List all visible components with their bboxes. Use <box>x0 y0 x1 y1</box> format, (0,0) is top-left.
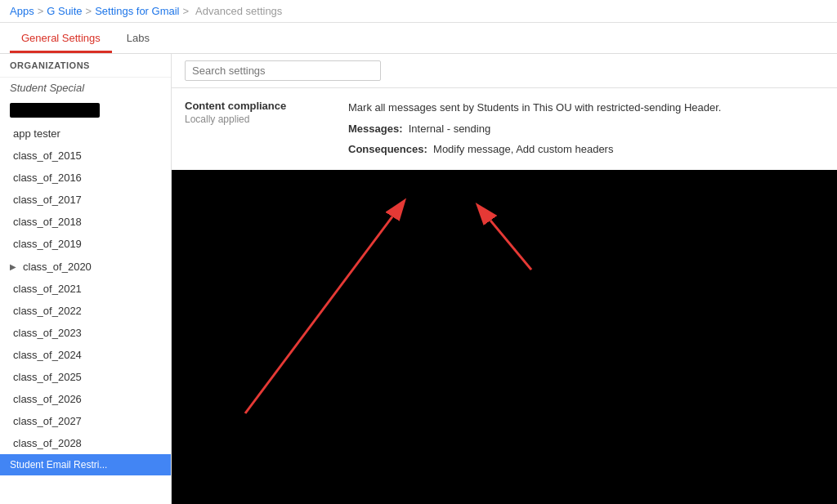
sidebar-item-class-2024[interactable]: class_of_2024 <box>0 344 171 366</box>
sidebar-item-label: app tester <box>13 127 60 140</box>
content-compliance-description: Mark all messages sent by Students in Th… <box>348 100 824 116</box>
sidebar-item-class-2026[interactable]: class_of_2026 <box>0 388 171 410</box>
content-compliance-label-col: Content compliance Locally applied <box>185 100 348 163</box>
black-overlay <box>172 170 837 504</box>
content-compliance-label: Content compliance <box>185 100 335 112</box>
breadcrumb-sep-1: > <box>38 5 44 17</box>
sidebar-header: ORGANIZATIONS <box>0 54 171 78</box>
sidebar-item-label: class_of_2026 <box>13 393 82 405</box>
breadcrumb-current: Advanced settings <box>195 5 282 17</box>
sidebar-item-student-special[interactable]: Student Special <box>0 78 171 98</box>
breadcrumb-sep-2: > <box>86 5 92 17</box>
breadcrumb-gsuite[interactable]: G Suite <box>47 5 82 17</box>
sidebar-item-class-2021[interactable]: class_of_2021 <box>0 278 171 300</box>
tab-labs[interactable]: Labs <box>115 25 161 53</box>
main-layout: ORGANIZATIONS Student Special app tester… <box>0 54 837 504</box>
sidebar-item-label: class_of_2016 <box>13 172 82 184</box>
breadcrumb-gmail-settings[interactable]: Settings for Gmail <box>95 5 179 17</box>
content-compliance-messages: Messages: Internal - sending <box>348 121 824 137</box>
sidebar-item-class-2018[interactable]: class_of_2018 <box>0 211 171 233</box>
messages-field-label: Messages: <box>348 123 402 135</box>
content-compliance-value-col: Mark all messages sent by Students in Th… <box>348 100 824 163</box>
content-area: Content compliance Locally applied Mark … <box>172 54 837 504</box>
sidebar-item-label: class_of_2021 <box>13 283 82 295</box>
sidebar-item-class-2017[interactable]: class_of_2017 <box>0 189 171 211</box>
search-input[interactable] <box>185 60 381 81</box>
expand-icon: ▶ <box>7 260 20 273</box>
sidebar-item-class-2016[interactable]: class_of_2016 <box>0 167 171 189</box>
breadcrumb-sep-3: > <box>183 5 190 17</box>
sidebar-item-class-2015[interactable]: class_of_2015 <box>0 145 171 167</box>
sidebar-item-class-2022[interactable]: class_of_2022 <box>0 300 171 322</box>
sidebar-item-class-2025[interactable]: class_of_2025 <box>0 366 171 388</box>
sidebar-item-label: class_of_2020 <box>23 261 92 273</box>
consequences-field-label: Consequences: <box>348 143 427 155</box>
messages-value: Internal - sending <box>409 123 490 135</box>
sidebar-item-class-2027[interactable]: class_of_2027 <box>0 410 171 432</box>
breadcrumb-apps[interactable]: Apps <box>10 5 34 17</box>
sidebar-item-label: class_of_2027 <box>13 415 82 427</box>
sidebar-item-student-email-restri[interactable]: Student Email Restri... <box>0 454 171 475</box>
sidebar-item-label: class_of_2025 <box>13 371 82 383</box>
breadcrumb: Apps > G Suite > Settings for Gmail > Ad… <box>0 0 837 23</box>
sidebar-item-label: class_of_2017 <box>13 194 82 206</box>
sidebar-item-label: class_of_2015 <box>13 149 82 162</box>
sidebar-item-label: class_of_2023 <box>13 327 82 339</box>
sidebar-item-label: class_of_2022 <box>13 305 82 317</box>
sidebar-item-label: class_of_2024 <box>13 349 82 361</box>
sidebar-item-class-2023[interactable]: class_of_2023 <box>0 322 171 344</box>
sidebar-item-app-tester[interactable]: app tester <box>0 123 171 145</box>
sidebar-item-class-2028[interactable]: class_of_2028 <box>0 432 171 454</box>
search-bar <box>172 54 837 88</box>
tab-general-settings[interactable]: General Settings <box>10 25 112 53</box>
tabs-bar: General Settings Labs <box>0 23 837 54</box>
sidebar: ORGANIZATIONS Student Special app tester… <box>0 54 172 504</box>
content-compliance-consequences: Consequences: Modify message, Add custom… <box>348 141 824 158</box>
consequences-value: Modify message, Add custom headers <box>433 143 613 155</box>
settings-content: Content compliance Locally applied Mark … <box>172 88 837 504</box>
content-compliance-sublabel: Locally applied <box>185 114 335 125</box>
content-compliance-row: Content compliance Locally applied Mark … <box>172 88 837 175</box>
sidebar-item-label: class_of_2018 <box>13 216 82 228</box>
sidebar-item-label: class_of_2019 <box>13 238 82 250</box>
sidebar-item-class-2020[interactable]: ▶ class_of_2020 <box>0 255 171 278</box>
sidebar-item-redacted <box>10 103 100 118</box>
sidebar-item-label: class_of_2028 <box>13 437 82 449</box>
sidebar-item-class-2019[interactable]: class_of_2019 <box>0 233 171 255</box>
